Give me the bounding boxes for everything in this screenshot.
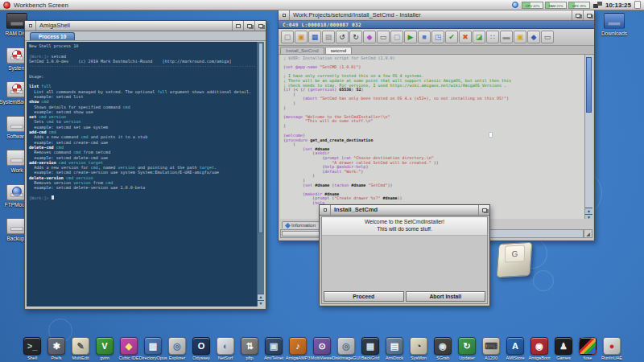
network-printer-icon[interactable] (593, 2, 602, 8)
shell-tab-process10[interactable]: Process 10 (30, 32, 75, 40)
dock-item-prefs[interactable]: ✱Prefs (46, 337, 68, 360)
redo-button[interactable]: ↻ (349, 31, 362, 43)
fuse-icon (579, 337, 597, 355)
dock-item-shell[interactable]: >_Shell (22, 337, 43, 360)
help-button[interactable]: ▭ (541, 31, 554, 43)
depth-gadget[interactable] (254, 21, 266, 31)
dock-item-gvim[interactable]: Vgvim (94, 337, 116, 360)
editor-titlebar[interactable]: Work:Projects/setcmd/Install_SetCmd - In… (279, 10, 594, 21)
gvim-icon: V (96, 337, 114, 355)
delete-document-button[interactable]: ▨ (322, 31, 335, 43)
depth-gadget[interactable] (478, 205, 489, 215)
save-document-button[interactable]: ▦ (308, 31, 321, 43)
copy-block-button[interactable]: ◳ (431, 31, 444, 43)
desktop-icon-downloads[interactable]: Downloads (599, 13, 630, 36)
dock-item-fuse[interactable]: fuse (577, 337, 599, 360)
dock-item-amidock[interactable]: ▤AmiDock (384, 337, 406, 360)
dock-item-updater[interactable]: ↻Updater (456, 337, 478, 360)
mark-ok-button[interactable]: ✔ (445, 31, 458, 43)
dock-item-pftp[interactable]: ⇅pftp (239, 337, 261, 360)
dock-item-label: Updater (459, 356, 475, 360)
dock-item-multiviewer[interactable]: ⊙MultiViewer (312, 337, 333, 360)
depth-gadget[interactable] (583, 10, 594, 20)
dialog-titlebar[interactable]: Install_SetCmd (320, 205, 489, 216)
odyssey-icon: O (192, 337, 210, 355)
dock-item-cubic-ide[interactable]: ◆Cubic IDE (118, 337, 140, 360)
explorer-icon: ◎ (168, 337, 186, 355)
editor-vertical-scrollbar[interactable]: ▲ ▼ (584, 55, 592, 219)
proceed-button[interactable]: Proceed (324, 291, 404, 302)
updater-icon: ↻ (458, 337, 476, 355)
scroll-down-arrow[interactable]: ▼ (258, 300, 264, 306)
notifier-icon[interactable] (512, 2, 518, 8)
adjust-button[interactable]: ▬ (500, 31, 513, 43)
dock-item-runinuae[interactable]: ●RunInUAE (601, 337, 623, 360)
dock-item-backgrid[interactable]: ▦BackGrid (360, 337, 382, 360)
dock-item-odyssey[interactable]: OOdyssey (191, 337, 213, 360)
dialog-title: Install_SetCmd (331, 205, 478, 215)
zoom-gadget[interactable] (243, 21, 254, 31)
dock-item-games[interactable]: ♟Games (553, 337, 575, 360)
runinuae-icon: ● (603, 337, 621, 355)
text-cursor (52, 195, 54, 200)
scroll-up-arrow[interactable]: ▲ (258, 294, 264, 300)
open-document-button[interactable]: ▣ (295, 31, 308, 43)
amiga-logo-icon[interactable] (3, 2, 10, 9)
dock-item-netsurf[interactable]: ◐NetSurf (215, 337, 237, 360)
zoom-gadget[interactable] (572, 10, 583, 20)
block-select-button[interactable]: ■ (418, 31, 431, 43)
save-document-icon: ▦ (312, 34, 319, 41)
macro-icon: ∷ (490, 34, 495, 41)
dock-item-sysmon[interactable]: ◔SysMon (408, 337, 430, 360)
macro-button[interactable]: ∷ (486, 31, 499, 43)
dock-item-multiedit[interactable]: ✎MultiEdit (70, 337, 92, 360)
close-gadget[interactable] (279, 10, 290, 20)
new-view-button[interactable]: ▢ (390, 31, 403, 43)
clipboard-icon[interactable] (634, 1, 641, 9)
close-gadget[interactable] (320, 205, 331, 215)
dock-item-directoryopus[interactable]: ▥DirectoryOpus (142, 337, 164, 360)
run-script-button[interactable]: ▶ (404, 31, 417, 43)
dock-item-amigaboot[interactable]: ◉AmigaBoot (529, 337, 551, 360)
wallpaper-bubble (533, 270, 554, 291)
dock-item-a1200[interactable]: ⌨A1200 (481, 337, 502, 360)
shell-output[interactable]: New Shell process 10 [Work:]> setcmdSetC… (27, 42, 257, 306)
close-gadget[interactable] (25, 21, 36, 31)
editor-tab-install_setcmd[interactable]: Install_SetCmd (280, 47, 324, 54)
undo-button[interactable]: ↺ (336, 31, 349, 43)
dock-item-label: NetSurf (218, 356, 233, 360)
abort-install-button[interactable]: Abort Install (406, 291, 486, 302)
shell-vertical-scrollbar[interactable]: ▲ ▼ (257, 42, 264, 306)
scroll-up-arrow[interactable]: ▲ (585, 208, 592, 214)
mark-partial-button[interactable]: ◪ (473, 31, 485, 43)
resize-gadget[interactable]: ◢ (584, 229, 592, 238)
editor-code-area[interactable]: ; $VER: Installation script for SetCmd (… (280, 55, 584, 219)
settings-button[interactable]: ◆ (363, 31, 376, 43)
pftp-icon: ⇅ (241, 337, 258, 355)
information-tab-label: Information (291, 223, 316, 228)
editor-tab-setcmd[interactable]: setcmd (325, 47, 352, 54)
dock-item-diskimagegui[interactable]: ◎DiskImageGUI (336, 337, 357, 360)
information-tab[interactable]: Information (282, 221, 321, 228)
amidock: >_Shell✱Prefs✎MultiEditVgvim◆Cubic IDE▥D… (0, 337, 644, 360)
dock-item-amigaamp3[interactable]: ♪AmigaAMP3 (287, 337, 309, 360)
dock-item-explorer[interactable]: ◎Explorer (167, 337, 188, 360)
package-button[interactable]: ◆ (527, 31, 540, 43)
dock-item-amitelnet[interactable]: ▣AmiTelnet (263, 337, 285, 360)
dock-item-amistore[interactable]: AAMIStore (505, 337, 526, 360)
scrollbar-thumb[interactable] (586, 57, 592, 113)
dock-item-label: Cubic IDE (119, 356, 139, 360)
new-document-button[interactable]: ▢ (281, 31, 294, 43)
blue-ball-icon (12, 187, 22, 196)
scrollbar-thumb[interactable] (258, 43, 263, 233)
dock-item-label: RunInUAE (601, 356, 622, 360)
block-select-icon: ■ (422, 34, 426, 41)
dock-item-sgrab[interactable]: ◉SGrab (432, 337, 454, 360)
about-button[interactable]: ▭ (377, 31, 390, 43)
project-folder-button[interactable]: ▣ (514, 31, 526, 43)
dock-item-label: Games (556, 356, 571, 360)
amigashell-titlebar[interactable]: AmigaShell (25, 21, 266, 31)
dock-item-label: AmiDock (386, 356, 403, 360)
mark-cancel-button[interactable]: ✖ (459, 31, 472, 43)
iconify-gadget[interactable] (232, 21, 243, 31)
